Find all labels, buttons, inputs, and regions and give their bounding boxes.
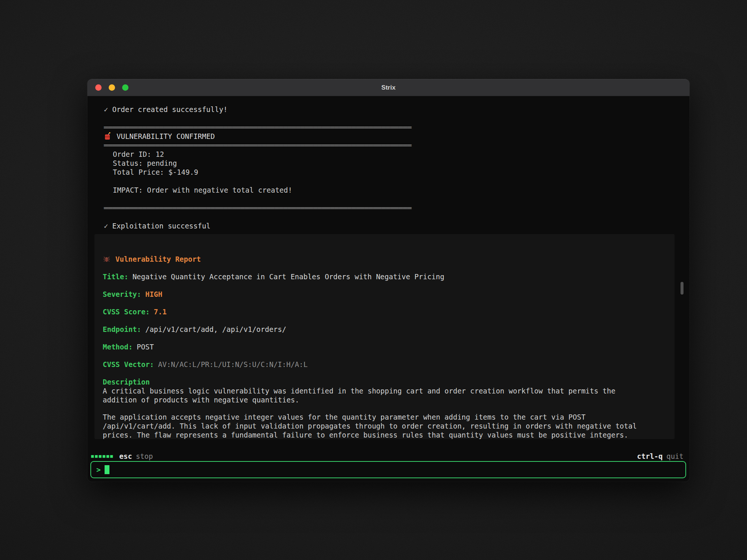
terminal-output: ✓Order created successfully! ═══════════… xyxy=(87,105,689,439)
order-status-line: Status: pending xyxy=(87,159,689,168)
field-value: POST xyxy=(137,343,154,351)
command-input[interactable]: > xyxy=(90,461,686,478)
check-icon: ✓ xyxy=(104,105,108,113)
text-cursor xyxy=(105,465,109,474)
scrollbar-thumb[interactable] xyxy=(681,282,684,295)
report-field-severity: Severity:HIGH xyxy=(103,290,660,299)
check-icon: ✓ xyxy=(104,222,108,230)
spinner-blocks-icon: ■■■■■■ xyxy=(91,454,114,459)
traffic-lights xyxy=(95,79,128,96)
window-titlebar[interactable]: Strix xyxy=(87,79,689,96)
close-button[interactable] xyxy=(95,84,102,91)
report-field-endpoint: Endpoint:/api/v1/cart/add, /api/v1/order… xyxy=(103,325,660,334)
vulnerability-report-panel: Vulnerability Report Title:Negative Quan… xyxy=(94,234,675,439)
field-label: Title: xyxy=(103,273,128,281)
field-label: CVSS Vector: xyxy=(103,360,154,368)
field-label: Severity: xyxy=(103,290,141,298)
description-paragraph: A critical business logic vulnerability … xyxy=(103,386,643,404)
status-bar-right: ctrl-q quit xyxy=(637,452,684,460)
window-title: Strix xyxy=(381,84,396,91)
report-field-title: Title:Negative Quantity Acceptance in Ca… xyxy=(103,272,660,281)
strix-window: Strix ✓Order created successfully! ═════… xyxy=(87,79,689,482)
report-field-cvss-vector: CVSS Vector:AV:N/AC:L/PR:L/UI:N/S:U/C:N/… xyxy=(103,360,660,369)
field-label: Method: xyxy=(103,343,133,351)
order-id-line: Order ID: 12 xyxy=(87,150,689,159)
spider-icon xyxy=(103,255,111,263)
divider-line: ════════════════════════════════════════… xyxy=(87,141,689,150)
zoom-button[interactable] xyxy=(122,84,128,91)
dynamite-icon xyxy=(104,132,111,140)
total-price-line: Total Price: $-149.9 xyxy=(87,168,689,177)
order-created-line: ✓Order created successfully! xyxy=(87,105,689,114)
divider-line: ════════════════════════════════════════… xyxy=(87,123,689,132)
divider-line: ════════════════════════════════════════… xyxy=(87,203,689,212)
cvss-score-value: 7.1 xyxy=(154,308,167,316)
field-value: /api/v1/cart/add, /api/v1/orders/ xyxy=(145,325,286,333)
quit-action-label: quit xyxy=(666,452,684,460)
description-heading: Description xyxy=(103,377,660,386)
esc-action-label: stop xyxy=(136,452,153,460)
report-field-cvss-score: CVSS Score:7.1 xyxy=(103,307,660,316)
cvss-vector-value: AV:N/AC:L/PR:L/UI:N/S:U/C:N/I:H/A:L xyxy=(158,360,307,368)
ctrl-q-key-hint[interactable]: ctrl-q xyxy=(637,452,663,460)
field-label: Endpoint: xyxy=(103,325,141,333)
report-field-method: Method:POST xyxy=(103,342,660,351)
impact-line: IMPACT: Order with negative total create… xyxy=(87,186,689,195)
field-value: Negative Quantity Acceptance in Cart Ena… xyxy=(133,273,444,281)
status-bar-left: ■■■■■■ esc stop xyxy=(91,452,153,460)
vulnerability-confirmed-line: VULNERABILITY CONFIRMED xyxy=(87,132,689,141)
exploitation-line: ✓Exploitation successful xyxy=(87,221,689,230)
report-title: Vulnerability Report xyxy=(115,255,201,264)
order-created-text: Order created successfully! xyxy=(112,105,227,113)
report-header: Vulnerability Report xyxy=(103,255,660,264)
desktop-background: { "window": { "title": "Strix" }, "color… xyxy=(0,0,747,560)
status-bar: ■■■■■■ esc stop ctrl-q quit xyxy=(91,452,684,461)
exploitation-text: Exploitation successful xyxy=(112,222,210,230)
esc-key-hint[interactable]: esc xyxy=(119,452,132,460)
description-paragraph: The application accepts negative integer… xyxy=(103,413,643,439)
vulnerability-confirmed-text: VULNERABILITY CONFIRMED xyxy=(117,132,215,141)
severity-badge: HIGH xyxy=(145,290,162,298)
prompt-chevron: > xyxy=(96,466,100,474)
minimize-button[interactable] xyxy=(109,84,115,91)
field-label: CVSS Score: xyxy=(103,308,150,316)
